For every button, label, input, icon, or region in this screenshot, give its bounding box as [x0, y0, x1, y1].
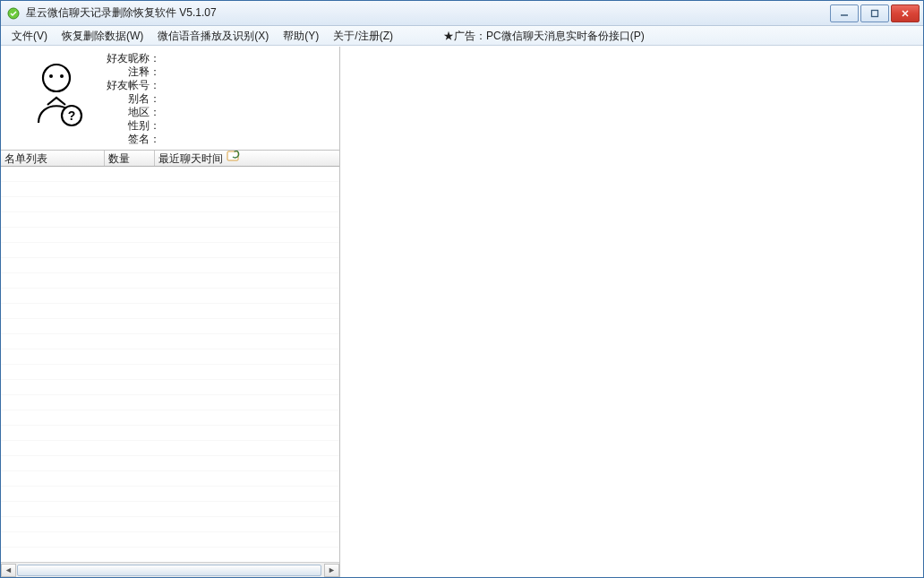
menubar: 文件(V) 恢复删除数据(W) 微信语音播放及识别(X) 帮助(Y) 关于/注册…	[1, 26, 923, 46]
info-row-account: 好友帐号：	[98, 79, 334, 92]
value-account	[160, 79, 162, 92]
menu-file[interactable]: 文件(V)	[4, 26, 55, 46]
minimize-button[interactable]	[830, 4, 859, 22]
label-note: 注释	[98, 65, 150, 79]
info-row-note: 注释：	[98, 65, 334, 79]
contact-table-header: 名单列表 数量 最近聊天时间	[1, 151, 339, 167]
scroll-thumb[interactable]	[17, 565, 321, 576]
client-area: ? 好友昵称： 注释： 好友帐号： 别名：	[1, 46, 923, 577]
menu-ad[interactable]: ★广告：PC微信聊天消息实时备份接口(P)	[436, 26, 652, 46]
left-pane: ? 好友昵称： 注释： 好友帐号： 别名：	[1, 47, 340, 577]
info-row-alias: 别名：	[98, 92, 334, 106]
friend-info-panel: ? 好友昵称： 注释： 好友帐号： 别名：	[1, 47, 339, 151]
maximize-button[interactable]	[860, 4, 889, 22]
column-header-list[interactable]: 名单列表	[1, 151, 105, 166]
close-button[interactable]	[891, 4, 920, 22]
list-rows-background	[1, 167, 339, 562]
right-pane	[340, 47, 923, 577]
app-icon	[6, 6, 21, 21]
value-nickname	[160, 52, 162, 65]
titlebar: 星云微信聊天记录删除恢复软件 V5.1.07	[1, 1, 923, 26]
svg-point-7	[60, 74, 64, 78]
svg-rect-2	[872, 10, 878, 16]
menu-help[interactable]: 帮助(Y)	[276, 26, 326, 46]
info-row-gender: 性别：	[98, 119, 334, 133]
value-signature	[160, 133, 162, 146]
app-window: 星云微信聊天记录删除恢复软件 V5.1.07 文件(V) 恢复删除数据(W) 微…	[0, 0, 924, 578]
menu-about[interactable]: 关于/注册(Z)	[326, 26, 400, 46]
label-gender: 性别	[98, 119, 150, 133]
horizontal-scrollbar[interactable]: ◄ ►	[1, 562, 339, 577]
svg-point-6	[49, 74, 53, 78]
scroll-track[interactable]	[16, 564, 324, 577]
value-region	[160, 106, 162, 119]
svg-point-5	[43, 65, 70, 91]
info-row-nickname: 好友昵称：	[98, 52, 334, 65]
value-alias	[160, 92, 162, 106]
svg-text:?: ?	[68, 108, 76, 123]
info-row-signature: 签名：	[98, 133, 334, 146]
label-account: 好友帐号	[98, 79, 150, 92]
label-nickname: 好友昵称	[98, 52, 150, 65]
value-gender	[160, 119, 162, 133]
friend-info-fields: 好友昵称： 注释： 好友帐号： 别名： 地区： 性别：	[98, 50, 334, 146]
label-region: 地区	[98, 106, 150, 119]
window-title: 星云微信聊天记录删除恢复软件 V5.1.07	[26, 5, 830, 21]
scroll-left-button[interactable]: ◄	[1, 564, 16, 577]
column-header-lastchat[interactable]: 最近聊天时间	[155, 151, 339, 166]
avatar-placeholder: ?	[19, 56, 94, 131]
contact-list[interactable]	[1, 167, 339, 562]
window-controls	[830, 4, 920, 22]
info-row-region: 地区：	[98, 106, 334, 119]
menu-voice[interactable]: 微信语音播放及识别(X)	[150, 26, 276, 46]
label-signature: 签名	[98, 133, 150, 146]
scroll-right-button[interactable]: ►	[324, 564, 339, 577]
column-header-count[interactable]: 数量	[105, 151, 155, 166]
label-alias: 别名	[98, 92, 150, 106]
value-note	[160, 65, 162, 79]
svg-rect-10	[227, 151, 238, 160]
refresh-icon[interactable]	[227, 151, 241, 166]
menu-recover[interactable]: 恢复删除数据(W)	[55, 26, 150, 46]
